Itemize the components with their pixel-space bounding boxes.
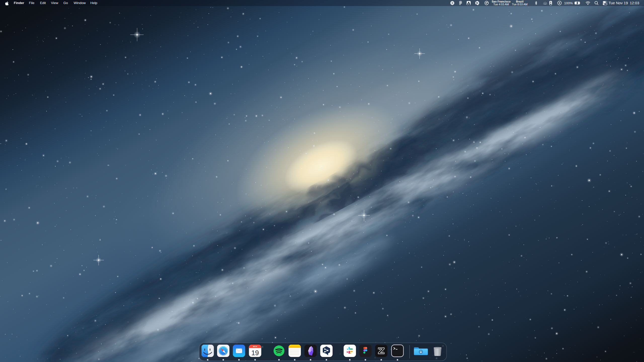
- svg-text:Tue 4:03 AM: Tue 4:03 AM: [493, 3, 509, 6]
- svg-text:Tue 8:03 AM: Tue 8:03 AM: [512, 3, 528, 6]
- svg-text:19: 19: [251, 349, 259, 357]
- svg-text:100%: 100%: [564, 1, 573, 5]
- svg-text:NOV: NOV: [253, 345, 257, 348]
